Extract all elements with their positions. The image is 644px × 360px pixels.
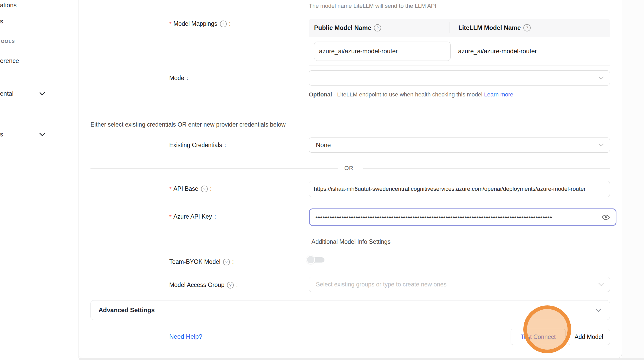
question-circle-icon[interactable]: ? xyxy=(220,21,227,27)
model-mappings-table: Public Model Name ? LiteLLM Model Name ?… xyxy=(309,19,610,66)
azure-api-key-label: * Azure API Key : xyxy=(169,213,216,220)
litellm-model-name-value: azure_ai/azure-model-router xyxy=(458,48,537,55)
model-access-group-placeholder: Select existing groups or type to create… xyxy=(316,281,446,288)
sidebar-item-settings[interactable]: s xyxy=(0,131,3,138)
required-marker: * xyxy=(169,21,172,28)
learn-more-link[interactable]: Learn more xyxy=(484,91,513,98)
need-help-link[interactable]: Need Help? xyxy=(169,333,202,340)
masked-api-key-value: ••••••••••••••••••••••••••••••••••••••••… xyxy=(315,214,552,221)
model-mappings-table-header: Public Model Name ? LiteLLM Model Name ? xyxy=(309,19,610,37)
chevron-down-icon xyxy=(599,74,604,80)
mode-helper-text: Optional - LiteLLM endpoint to use when … xyxy=(309,89,517,100)
question-circle-icon[interactable]: ? xyxy=(223,259,230,265)
or-divider-text: OR xyxy=(341,165,357,172)
divider-line xyxy=(363,168,610,169)
add-model-page: ations s TOOLS erence ental s The model … xyxy=(0,0,644,360)
question-circle-icon[interactable]: ? xyxy=(374,24,381,31)
chevron-down-icon xyxy=(40,131,45,136)
credentials-note: Either select existing credentials OR en… xyxy=(90,121,285,128)
divider-line xyxy=(408,242,610,242)
sidebar-item-experimental[interactable]: ental xyxy=(0,90,14,97)
required-marker: * xyxy=(169,186,172,193)
model-mappings-table-row: azure_ai/azure-model-router xyxy=(309,37,610,66)
question-circle-icon[interactable]: ? xyxy=(201,186,208,192)
team-byok-label: Team-BYOK Model ? : xyxy=(169,258,234,265)
required-marker: * xyxy=(169,214,172,221)
section-divider-text: Additional Model Info Settings xyxy=(299,238,403,245)
toggle-knob xyxy=(306,255,315,264)
model-access-group-select[interactable]: Select existing groups or type to create… xyxy=(309,277,610,292)
mode-label: Mode: xyxy=(169,75,188,82)
model-mappings-label: * Model Mappings ? : xyxy=(169,20,231,27)
litellm-model-name-header: LiteLLM Model Name ? xyxy=(450,24,531,31)
sidebar-item-organizations[interactable]: ations xyxy=(0,2,17,9)
page-background-strip xyxy=(79,358,644,360)
chevron-down-icon xyxy=(599,141,604,147)
public-model-name-header: Public Model Name ? xyxy=(309,24,450,31)
mode-select[interactable] xyxy=(309,70,610,86)
public-model-name-input[interactable] xyxy=(314,42,451,61)
chevron-down-icon xyxy=(40,90,45,95)
sidebar-item-reference[interactable]: erence xyxy=(0,57,19,64)
existing-credentials-label: Existing Credentials: xyxy=(169,142,226,149)
question-circle-icon[interactable]: ? xyxy=(227,282,234,289)
add-model-button[interactable]: Add Model xyxy=(568,329,610,345)
question-circle-icon[interactable]: ? xyxy=(523,24,531,31)
sidebar-section-tools: TOOLS xyxy=(0,39,15,44)
team-byok-toggle[interactable] xyxy=(306,255,325,265)
model-access-group-label: Model Access Group ? : xyxy=(169,282,238,289)
advanced-settings-panel[interactable]: Advanced Settings xyxy=(90,300,610,320)
chevron-down-icon xyxy=(599,281,604,286)
eye-icon[interactable] xyxy=(602,213,610,221)
test-connect-button[interactable]: Test Connect xyxy=(511,329,566,345)
litellm-model-name-helper: The model name LiteLLM will send to the … xyxy=(309,3,436,9)
advanced-settings-title: Advanced Settings xyxy=(99,306,155,314)
divider-line xyxy=(90,168,338,169)
add-model-form-card: The model name LiteLLM will send to the … xyxy=(79,0,622,358)
page-background-gutter xyxy=(622,0,644,358)
chevron-down-icon xyxy=(596,306,601,312)
sidebar: ations s TOOLS erence ental s xyxy=(0,0,79,358)
sidebar-item-models[interactable]: s xyxy=(0,18,3,25)
existing-credentials-select[interactable]: None xyxy=(309,138,610,153)
azure-api-key-input[interactable]: ••••••••••••••••••••••••••••••••••••••••… xyxy=(309,208,616,226)
api-base-input[interactable] xyxy=(309,181,610,197)
api-base-label: * API Base ? : xyxy=(169,185,212,192)
divider-line xyxy=(90,242,294,242)
